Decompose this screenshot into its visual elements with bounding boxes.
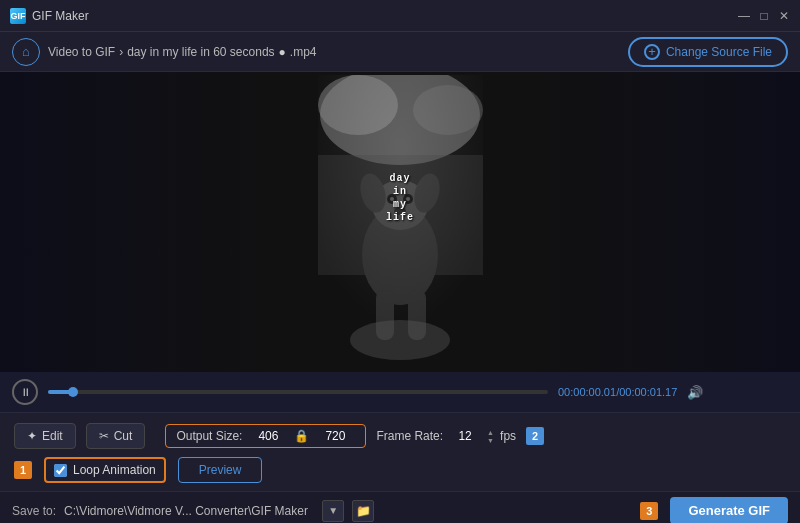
progress-thumb [68, 387, 78, 397]
fps-down-button[interactable]: ▼ [487, 437, 494, 444]
controls-row2: 1 Loop Animation Preview [14, 457, 786, 483]
edit-icon: ✦ [27, 429, 37, 443]
navbar: ⌂ Video to GIF › day in my life in 60 se… [0, 32, 800, 72]
save-folder-button[interactable]: 📁 [352, 500, 374, 522]
preview-button[interactable]: Preview [178, 457, 263, 483]
cut-icon: ✂ [99, 429, 109, 443]
fps-spinner: ▲ ▼ [487, 429, 494, 444]
breadcrumb-file: day in my life in 60 seconds [127, 45, 274, 59]
save-to-label: Save to: [12, 504, 56, 518]
output-size-label: Output Size: [176, 429, 242, 443]
loop-checkbox[interactable] [54, 464, 67, 477]
height-input[interactable] [315, 429, 355, 443]
video-area: dayinmylife [0, 72, 800, 372]
fps-label: fps [500, 429, 516, 443]
loop-label: Loop Animation [73, 463, 156, 477]
width-input[interactable] [248, 429, 288, 443]
badge-1: 1 [14, 461, 32, 479]
fps-up-button[interactable]: ▲ [487, 429, 494, 436]
generate-gif-button[interactable]: Generate GIF [670, 497, 788, 523]
volume-icon[interactable]: 🔊 [687, 385, 703, 400]
change-source-button[interactable]: + Change Source File [628, 37, 788, 67]
video-preview: dayinmylife [318, 75, 483, 369]
app-title: GIF Maker [32, 9, 89, 23]
breadcrumb: Video to GIF › day in my life in 60 seco… [48, 45, 317, 59]
frame-rate-input[interactable] [449, 429, 481, 443]
breadcrumb-dot: ● [279, 45, 286, 59]
home-button[interactable]: ⌂ [12, 38, 40, 66]
time-total: 00:00:01.17 [619, 386, 677, 398]
save-dropdown-button[interactable]: ▼ [322, 500, 344, 522]
controls-row1: ✦ Edit ✂ Cut Output Size: 🔒 Frame Rate: … [14, 423, 786, 449]
playbar: ⏸ 00:00:00.01/00:00:01.17 🔊 [0, 372, 800, 412]
loop-animation-group: Loop Animation [44, 457, 166, 483]
minimize-button[interactable]: — [738, 10, 750, 22]
close-button[interactable]: ✕ [778, 10, 790, 22]
savebar: Save to: C:\Vidmore\Vidmore V... Convert… [0, 491, 800, 523]
time-display: 00:00:00.01/00:00:01.17 [558, 386, 677, 398]
progress-bar[interactable] [48, 390, 548, 394]
cut-button[interactable]: ✂ Cut [86, 423, 146, 449]
titlebar-left: GIF GIF Maker [10, 8, 89, 24]
breadcrumb-video-to-gif: Video to GIF [48, 45, 115, 59]
badge-2: 2 [526, 427, 544, 445]
video-overlay-text: dayinmylife [386, 172, 414, 224]
cut-label: Cut [114, 429, 133, 443]
badge-3: 3 [640, 502, 658, 520]
pause-button[interactable]: ⏸ [12, 379, 38, 405]
edit-label: Edit [42, 429, 63, 443]
edit-button[interactable]: ✦ Edit [14, 423, 76, 449]
frame-rate-group: Frame Rate: ▲ ▼ fps [376, 429, 516, 444]
output-size-group: Output Size: 🔒 [165, 424, 366, 448]
save-path: C:\Vidmore\Vidmore V... Converter\GIF Ma… [64, 504, 314, 518]
breadcrumb-ext: .mp4 [290, 45, 317, 59]
titlebar-controls: — □ ✕ [738, 10, 790, 22]
navbar-left: ⌂ Video to GIF › day in my life in 60 se… [12, 38, 317, 66]
titlebar: GIF GIF Maker — □ ✕ [0, 0, 800, 32]
frame-rate-label: Frame Rate: [376, 429, 443, 443]
maximize-button[interactable]: □ [758, 10, 770, 22]
video-preview-inner: dayinmylife [318, 75, 483, 369]
controls-area: ✦ Edit ✂ Cut Output Size: 🔒 Frame Rate: … [0, 412, 800, 491]
app-icon: GIF [10, 8, 26, 24]
change-source-label: Change Source File [666, 45, 772, 59]
plus-circle-icon: + [644, 44, 660, 60]
breadcrumb-separator: › [119, 45, 123, 59]
time-current: 00:00:00.01 [558, 386, 616, 398]
lock-icon[interactable]: 🔒 [294, 429, 309, 443]
